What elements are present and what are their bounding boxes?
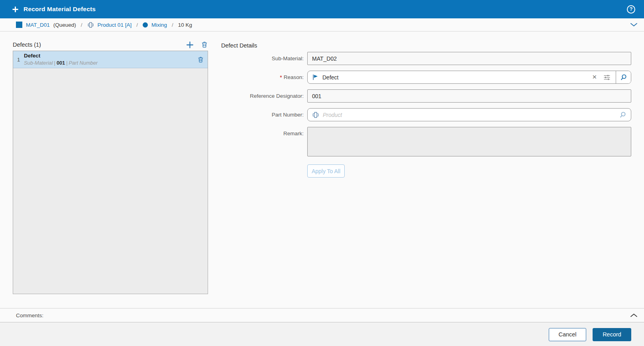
delete-defect-icon[interactable] <box>197 56 204 63</box>
material-status: (Queued) <box>53 22 76 28</box>
product-icon <box>87 22 94 28</box>
apply-row-spacer <box>221 162 304 178</box>
part-number-search-icon[interactable] <box>619 111 626 119</box>
breadcrumb-separator: / <box>171 22 175 28</box>
part-number-field[interactable]: Product <box>307 108 631 121</box>
reason-label-text: Reason: <box>284 74 304 80</box>
required-mark: * <box>280 74 282 81</box>
breadcrumb-separator: / <box>135 22 139 28</box>
breadcrumb-separator: / <box>80 22 84 28</box>
defects-count-title: Defects (1) <box>13 42 179 48</box>
defect-item-subtitle: Sub-Material|001|Part Number <box>24 60 197 66</box>
defect-item-partnumber: Part Number <box>69 60 98 66</box>
clear-icon[interactable]: ✕ <box>592 74 597 80</box>
part-number-label: Part Number: <box>221 108 304 121</box>
chevron-up-icon[interactable] <box>630 313 638 318</box>
delete-all-defects-icon[interactable] <box>201 41 208 48</box>
breadcrumb-material[interactable]: MAT_D01 <box>26 22 50 28</box>
chevron-down-icon[interactable] <box>630 22 638 27</box>
sub-material-label: Sub-Material: <box>221 52 304 65</box>
remark-textarea[interactable] <box>307 127 631 156</box>
record-button[interactable]: Record <box>593 328 631 341</box>
defect-item-reference: 001 <box>57 60 65 66</box>
part-number-placeholder: Product <box>323 112 619 118</box>
record-material-defects-dialog: Record Material Defects ? MAT_D01 (Queue… <box>0 0 644 346</box>
filter-options-icon[interactable] <box>603 74 611 81</box>
title-bar: Record Material Defects ? <box>0 0 644 18</box>
defect-item-texts: Defect Sub-Material|001|Part Number <box>24 53 197 66</box>
defect-details-form: Sub-Material: * Reason: Defect ✕ <box>221 52 631 178</box>
breadcrumb-row: MAT_D01 (Queued) / Product 01 [A] / Mixi… <box>0 18 644 32</box>
defect-details-panel: Defect Details Sub-Material: * Reason: <box>221 42 631 178</box>
breadcrumb-product[interactable]: Product 01 [A] <box>98 22 132 28</box>
defect-list-item[interactable]: 1 Defect Sub-Material|001|Part Number <box>13 51 208 68</box>
defect-details-title: Defect Details <box>221 42 631 49</box>
defect-item-submaterial: Sub-Material <box>24 60 53 66</box>
subtitle-separator: | <box>54 60 55 66</box>
reason-search-button[interactable] <box>616 71 631 83</box>
operation-icon <box>143 22 148 28</box>
reason-value: Defect <box>322 74 592 81</box>
defect-item-title: Defect <box>24 53 197 59</box>
reason-field[interactable]: Defect ✕ <box>307 71 631 84</box>
plus-icon <box>12 6 19 13</box>
product-icon <box>312 111 319 119</box>
apply-to-all-button[interactable]: Apply To All <box>307 164 345 178</box>
defect-item-index: 1 <box>13 57 24 63</box>
breadcrumb-quantity: 10 Kg <box>178 22 192 28</box>
defects-panel: Defects (1) 1 Defect <box>13 40 208 294</box>
reason-label: * Reason: <box>221 71 304 84</box>
breadcrumb: MAT_D01 (Queued) / Product 01 [A] / Mixi… <box>16 22 192 28</box>
page-title: Record Material Defects <box>24 6 627 13</box>
add-defect-icon[interactable] <box>186 41 194 49</box>
reference-designator-label: Reference Designator: <box>221 89 304 103</box>
sub-material-field[interactable] <box>307 52 631 65</box>
reference-designator-field[interactable] <box>307 89 631 103</box>
subtitle-separator: | <box>66 60 67 66</box>
comments-label: Comments: <box>16 312 630 318</box>
main-area: Defects (1) 1 Defect <box>0 32 644 308</box>
apply-button-row: Apply To All <box>307 162 631 178</box>
cancel-button[interactable]: Cancel <box>549 328 586 341</box>
breadcrumb-operation[interactable]: Mixing <box>151 22 167 28</box>
footer-bar: Cancel Record <box>0 323 644 346</box>
flag-icon <box>312 74 319 81</box>
material-icon <box>16 22 22 28</box>
defects-panel-header: Defects (1) <box>13 40 208 49</box>
defects-list: 1 Defect Sub-Material|001|Part Number <box>13 51 208 294</box>
comments-section[interactable]: Comments: <box>0 308 644 322</box>
remark-label: Remark: <box>221 127 304 156</box>
help-icon[interactable]: ? <box>627 5 635 14</box>
